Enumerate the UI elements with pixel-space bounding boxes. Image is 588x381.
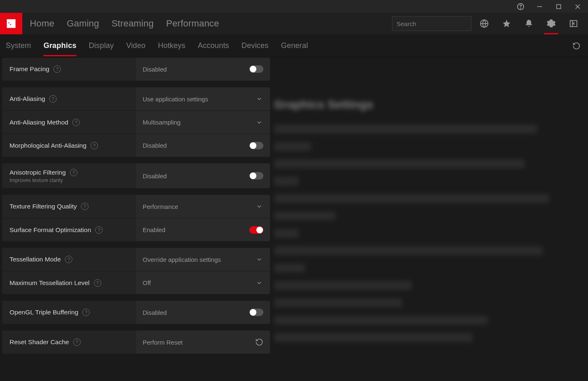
chevron-down-icon	[256, 96, 263, 102]
anisotropic-toggle[interactable]	[249, 172, 263, 180]
help-icon[interactable]	[511, 0, 530, 13]
anti-aliasing-select[interactable]: Use application settings	[136, 87, 270, 110]
help-icon[interactable]: ?	[82, 309, 90, 316]
svg-point-1	[520, 8, 521, 8]
surface-fmt-row: Surface Format Optimization ? Enabled	[2, 218, 270, 241]
sub-tabs: System Graphics Display Video Hotkeys Ac…	[0, 34, 588, 58]
maximize-icon[interactable]	[549, 0, 568, 13]
gear-icon[interactable]	[546, 18, 557, 29]
sidebar-toggle-icon[interactable]	[568, 18, 579, 29]
tab-accounts[interactable]: Accounts	[198, 36, 229, 56]
help-icon[interactable]: ?	[72, 119, 80, 126]
chevron-down-icon	[256, 203, 263, 210]
frame-pacing-label: Frame Pacing ?	[2, 58, 136, 81]
svg-rect-3	[557, 5, 561, 9]
help-icon[interactable]: ?	[65, 256, 72, 263]
morph-aa-row: Morphological Anti-Aliasing ? Disabled	[2, 134, 270, 157]
tab-hotkeys[interactable]: Hotkeys	[158, 36, 185, 56]
main-nav-bar: Home Gaming Streaming Performance	[0, 13, 588, 34]
tab-video[interactable]: Video	[126, 36, 146, 56]
nav-streaming[interactable]: Streaming	[112, 18, 154, 29]
frame-pacing-row: Frame Pacing ? Disabled	[2, 58, 270, 81]
search-input[interactable]	[397, 20, 475, 27]
anti-aliasing-row: Anti-Aliasing ? Use application settings	[2, 87, 270, 110]
ogl-triple-row: OpenGL Triple Buffering ? Disabled	[2, 301, 270, 324]
tab-display[interactable]: Display	[89, 36, 114, 56]
help-icon[interactable]: ?	[53, 65, 61, 73]
reset-shader-button[interactable]: Perform Reset	[136, 331, 270, 354]
tab-devices[interactable]: Devices	[241, 36, 268, 56]
morph-aa-toggle[interactable]	[249, 142, 263, 149]
reset-shader-row: Reset Shader Cache ? Perform Reset	[2, 331, 270, 354]
max-tess-select[interactable]: Off	[136, 271, 270, 294]
titlebar	[0, 0, 588, 13]
minimize-icon[interactable]	[530, 0, 549, 13]
aa-method-row: Anti-Aliasing Method ? Multisampling	[2, 110, 270, 134]
help-icon[interactable]: ?	[94, 279, 101, 287]
help-icon[interactable]: ?	[70, 169, 77, 176]
tess-mode-select[interactable]: Override application settings	[136, 248, 270, 271]
frame-pacing-control: Disabled	[136, 58, 270, 81]
settings-column: Frame Pacing ? Disabled Anti-Aliasing ?	[0, 58, 270, 381]
tess-mode-row: Tessellation Mode ? Override application…	[2, 248, 270, 271]
tab-general[interactable]: General	[281, 36, 308, 56]
blurred-info-panel: Graphics Settings	[270, 58, 588, 381]
nav-gaming[interactable]: Gaming	[67, 18, 99, 29]
content-area: Frame Pacing ? Disabled Anti-Aliasing ?	[0, 58, 588, 381]
search-box[interactable]	[392, 16, 471, 31]
reset-to-default-icon[interactable]	[571, 40, 582, 52]
nav-performance[interactable]: Performance	[166, 18, 219, 29]
tex-filter-row: Texture Filtering Quality ? Performance	[2, 195, 270, 218]
help-icon[interactable]: ?	[49, 95, 57, 103]
ogl-triple-toggle[interactable]	[249, 309, 263, 316]
frame-pacing-toggle[interactable]	[249, 65, 263, 73]
tab-system[interactable]: System	[6, 36, 31, 56]
tex-filter-select[interactable]: Performance	[136, 195, 270, 218]
max-tess-row: Maximum Tessellation Level ? Off	[2, 271, 270, 294]
right-panel-heading: Graphics Settings	[274, 98, 580, 111]
star-icon[interactable]	[501, 18, 512, 29]
help-icon[interactable]: ?	[95, 226, 103, 234]
aa-method-select[interactable]: Multisampling	[136, 111, 270, 134]
web-icon[interactable]	[479, 18, 490, 29]
bell-icon[interactable]	[523, 18, 534, 29]
close-icon[interactable]	[568, 0, 587, 13]
chevron-down-icon	[256, 119, 263, 126]
reset-icon	[255, 338, 263, 346]
help-icon[interactable]: ?	[91, 142, 98, 149]
nav-home[interactable]: Home	[30, 18, 55, 29]
help-icon[interactable]: ?	[81, 203, 88, 210]
chevron-down-icon	[256, 256, 263, 263]
help-icon[interactable]: ?	[73, 338, 81, 346]
amd-logo[interactable]	[0, 13, 22, 34]
surface-fmt-toggle[interactable]	[249, 226, 263, 234]
anisotropic-row: Anisotropic Filtering ? Improves texture…	[2, 163, 270, 188]
chevron-down-icon	[256, 280, 263, 286]
tab-graphics[interactable]: Graphics	[43, 36, 76, 56]
